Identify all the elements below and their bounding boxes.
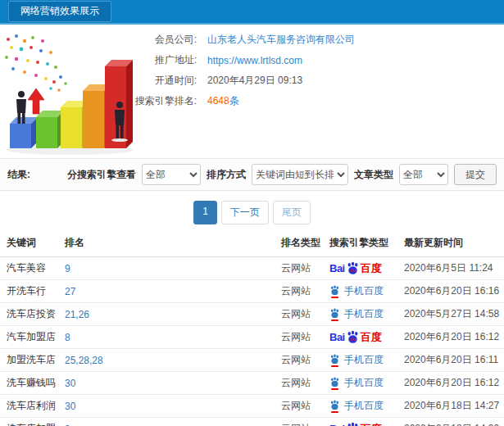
rank-link[interactable]: 30 bbox=[65, 378, 75, 389]
rank-type-cell: 云网站 bbox=[278, 418, 326, 426]
mobile-baidu-paw-icon bbox=[329, 400, 340, 413]
engine-cell: 手机百度 bbox=[326, 372, 401, 395]
col-header-keyword: 关键词 bbox=[0, 231, 61, 257]
engine-cell: 手机百度 bbox=[326, 303, 401, 326]
article-type-select[interactable]: 全部 bbox=[399, 164, 448, 185]
rank-cell: 9 bbox=[61, 257, 278, 280]
mobile-baidu-paw-icon bbox=[329, 354, 340, 367]
mobile-baidu-paw-icon bbox=[329, 377, 340, 390]
updated-cell: 2020年6月20日 16:11 bbox=[401, 349, 504, 372]
updated-cell: 2020年6月20日 16:12 bbox=[401, 326, 504, 349]
company-label: 会员公司: bbox=[64, 33, 197, 47]
mobile-baidu-label: 手机百度 bbox=[344, 399, 384, 413]
keyword-cell: 洗车店利润 bbox=[0, 395, 61, 418]
mobile-baidu-paw-icon bbox=[329, 308, 340, 321]
baidu-paw-icon: du bbox=[346, 422, 360, 426]
rank-link[interactable]: 8 bbox=[65, 332, 70, 343]
table-row: 洗车店投资 21,26 云网站 手机百度 2020年5月27日 14:58 bbox=[0, 303, 504, 326]
filter-bar: 结果: 分搜索引擎查看 全部 排序方式 关键词由短到长排序 文章类型 全部 提交 bbox=[0, 158, 504, 191]
table-header-row: 关键词 排名 排名类型 搜索引擎类型 最新更新时间 bbox=[0, 231, 504, 257]
submit-button[interactable]: 提交 bbox=[454, 164, 497, 185]
keyword-cell: 洗车赚钱吗 bbox=[0, 372, 61, 395]
rank-cell: 8 bbox=[61, 326, 278, 349]
company-info-list: 会员公司: 山东老人头汽车服务咨询有限公司 推广地址: https://www.… bbox=[64, 33, 355, 115]
col-header-engine-type: 搜索引擎类型 bbox=[326, 231, 401, 257]
bar-green bbox=[36, 111, 64, 148]
baidu-logo-du: du bbox=[350, 268, 356, 273]
table-row: 洗车赚钱吗 30 云网站 手机百度 2020年6月20日 16:12 bbox=[0, 372, 504, 395]
rank-count-unit[interactable]: 条 bbox=[229, 95, 239, 106]
rank-cell: 25,28,28 bbox=[61, 349, 278, 372]
page-button-next[interactable]: 下一页 bbox=[221, 201, 269, 224]
rank-type-cell: 云网站 bbox=[278, 326, 326, 349]
keyword-cell: 汽车加盟店 bbox=[0, 326, 61, 349]
keyword-cell: 加盟洗车店 bbox=[0, 349, 61, 372]
mobile-baidu-label: 手机百度 bbox=[344, 353, 384, 367]
rank-cell: 30 bbox=[61, 372, 278, 395]
keyword-cell: 洗车店加盟 bbox=[0, 418, 61, 426]
rank-cell: 3 bbox=[61, 418, 278, 426]
rank-link[interactable]: 30 bbox=[65, 401, 75, 412]
rank-cell: 21,26 bbox=[61, 303, 278, 326]
baidu-logo-bai: Bai bbox=[329, 332, 345, 342]
page-button-last[interactable]: 尾页 bbox=[273, 201, 311, 224]
engine-filter-select[interactable]: 全部 bbox=[142, 164, 201, 185]
article-type-label: 文章类型 bbox=[354, 168, 393, 182]
mobile-baidu-logo: 手机百度 bbox=[329, 284, 384, 298]
info-row-open-time: 开通时间: 2020年4月29日 09:13 bbox=[64, 74, 355, 88]
filter-controls: 分搜索引擎查看 全部 排序方式 关键词由短到长排序 文章类型 全部 提交 bbox=[67, 164, 497, 185]
promo-url-label: 推广地址: bbox=[64, 53, 197, 67]
mobile-baidu-label: 手机百度 bbox=[344, 376, 384, 390]
table-row: 汽车加盟店 8 云网站 Baidu百度 2020年6月20日 16:12 bbox=[0, 326, 504, 349]
col-header-updated: 最新更新时间 bbox=[401, 231, 504, 257]
rank-type-cell: 云网站 bbox=[278, 280, 326, 303]
engine-cell: Baidu百度 bbox=[326, 257, 401, 280]
top-header-bar: 网络营销效果展示 bbox=[0, 0, 504, 25]
baidu-pc-logo: Baidu百度 bbox=[329, 330, 382, 344]
promo-url-link[interactable]: https://www.lrtlsd.com bbox=[207, 55, 302, 66]
baidu-pc-logo: Baidu百度 bbox=[329, 261, 382, 275]
rank-link[interactable]: 27 bbox=[65, 286, 75, 297]
rank-link[interactable]: 25,28,28 bbox=[65, 355, 103, 366]
info-row-rank-count: 搜索引擎排名: 4648条 bbox=[64, 94, 355, 108]
up-arrow-icon bbox=[28, 88, 44, 114]
rank-cell: 30 bbox=[61, 395, 278, 418]
baidu-logo-cn: 百度 bbox=[361, 332, 382, 342]
rank-cell: 27 bbox=[61, 280, 278, 303]
page-title-tab[interactable]: 网络营销效果展示 bbox=[8, 1, 111, 22]
sort-label: 排序方式 bbox=[207, 168, 246, 182]
baidu-pc-logo: Baidu百度 bbox=[329, 422, 382, 426]
col-header-rank: 排名 bbox=[61, 231, 278, 257]
keyword-cell: 洗车店投资 bbox=[0, 303, 61, 326]
engine-cell: 手机百度 bbox=[326, 395, 401, 418]
rank-link[interactable]: 9 bbox=[65, 263, 70, 274]
sort-select[interactable]: 关键词由短到长排序 bbox=[252, 164, 348, 185]
rank-link[interactable]: 21,26 bbox=[65, 309, 89, 320]
open-time-label: 开通时间: bbox=[64, 74, 197, 88]
updated-cell: 2020年6月5日 11:24 bbox=[401, 257, 504, 280]
engine-cell: Baidu百度 bbox=[326, 326, 401, 349]
table-row: 汽车美容 9 云网站 Baidu百度 2020年6月5日 11:24 bbox=[0, 257, 504, 280]
rank-type-cell: 云网站 bbox=[278, 372, 326, 395]
rank-link[interactable]: 3 bbox=[65, 424, 70, 426]
mobile-baidu-logo: 手机百度 bbox=[329, 353, 384, 367]
confetti-dots bbox=[5, 34, 67, 92]
table-row: 加盟洗车店 25,28,28 云网站 手机百度 2020年6月20日 16:11 bbox=[0, 349, 504, 372]
engine-rank-count[interactable]: 4648条 bbox=[207, 94, 239, 108]
company-name-link[interactable]: 山东老人头汽车服务咨询有限公司 bbox=[207, 33, 355, 47]
page-button-current[interactable]: 1 bbox=[193, 201, 217, 224]
engine-cell: 手机百度 bbox=[326, 280, 401, 303]
table-row: 洗车店利润 30 云网站 手机百度 2020年6月18日 14:27 bbox=[0, 395, 504, 418]
rank-type-cell: 云网站 bbox=[278, 303, 326, 326]
mobile-baidu-logo: 手机百度 bbox=[329, 307, 384, 321]
info-row-company: 会员公司: 山东老人头汽车服务咨询有限公司 bbox=[64, 33, 355, 47]
table-row: 开洗车行 27 云网站 手机百度 2020年6月20日 16:16 bbox=[0, 280, 504, 303]
rank-count-number[interactable]: 4648 bbox=[207, 95, 229, 106]
engine-rank-label: 搜索引擎排名: bbox=[64, 94, 197, 108]
keyword-cell: 开洗车行 bbox=[0, 280, 61, 303]
rank-type-cell: 云网站 bbox=[278, 395, 326, 418]
info-row-url: 推广地址: https://www.lrtlsd.com bbox=[64, 53, 355, 67]
rank-type-cell: 云网站 bbox=[278, 257, 326, 280]
updated-cell: 2020年5月27日 14:58 bbox=[401, 303, 504, 326]
baidu-paw-icon: du bbox=[346, 330, 360, 344]
